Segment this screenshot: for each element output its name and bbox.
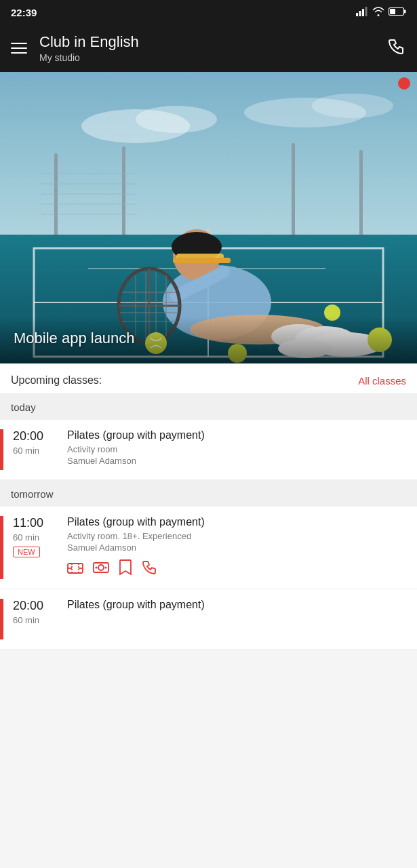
class-card[interactable]: 11:00 60 min NEW Pilates (group with pay… — [0, 507, 417, 589]
class-room: Activity room. 18+. Experienced — [67, 531, 406, 541]
status-icons — [356, 7, 406, 18]
class-name: Pilates (group with payment) — [67, 599, 406, 611]
upcoming-classes-title: Upcoming classes: — [11, 374, 102, 387]
today-group: today 20:00 60 min Pilates (group with p… — [0, 393, 417, 480]
class-accent-bar — [0, 516, 3, 579]
class-accent-bar — [0, 429, 3, 470]
class-card[interactable]: 20:00 60 min Pilates (group with payment… — [0, 420, 417, 480]
class-room: Activity room — [67, 444, 406, 454]
svg-rect-14 — [292, 143, 295, 248]
payment-icon[interactable] — [93, 561, 109, 578]
tomorrow-group: tomorrow 11:00 60 min NEW Pilates (group… — [0, 480, 417, 650]
svg-rect-15 — [359, 150, 363, 248]
new-badge: NEW — [13, 547, 40, 557]
all-classes-link[interactable]: All classes — [358, 375, 406, 387]
menu-button[interactable] — [11, 43, 27, 54]
hero-banner: Mobile app launch — [0, 72, 417, 363]
hero-illustration — [0, 72, 417, 363]
svg-rect-31 — [173, 258, 231, 263]
studio-name: My studio — [39, 52, 387, 63]
svg-rect-2 — [362, 9, 364, 16]
class-time: 11:00 — [13, 516, 67, 531]
wifi-icon — [372, 7, 384, 18]
class-time: 20:00 — [13, 429, 67, 444]
svg-point-60 — [98, 565, 104, 570]
app-title: Club in English — [39, 33, 387, 51]
class-name: Pilates (group with payment) — [67, 429, 406, 441]
svg-rect-1 — [359, 11, 361, 16]
status-time: 22:39 — [11, 7, 37, 18]
hero-scene — [0, 72, 417, 363]
class-info: Pilates (group with payment) — [67, 599, 406, 614]
svg-rect-5 — [404, 9, 406, 13]
class-name: Pilates (group with payment) — [67, 516, 406, 528]
phone-icon[interactable] — [142, 560, 157, 578]
svg-point-9 — [136, 106, 217, 133]
class-time: 20:00 — [13, 599, 67, 614]
notification-dot — [398, 77, 410, 90]
svg-rect-0 — [356, 13, 358, 16]
svg-rect-13 — [122, 146, 125, 248]
bookmark-icon[interactable] — [119, 559, 132, 579]
class-time-block: 20:00 60 min — [13, 429, 67, 456]
today-label: today — [0, 393, 417, 420]
svg-rect-12 — [54, 153, 58, 248]
class-time-block: 11:00 60 min NEW — [13, 516, 67, 557]
class-duration: 60 min — [13, 615, 67, 625]
battery-icon — [389, 7, 406, 18]
header-title-block: Club in English My studio — [39, 33, 387, 63]
class-trainer: Samuel Adamson — [67, 542, 406, 553]
signal-icon — [356, 7, 368, 18]
class-accent-bar — [0, 599, 3, 639]
svg-point-11 — [312, 94, 393, 118]
header-phone-button[interactable] — [387, 37, 406, 60]
app-header: Club in English My studio — [0, 24, 417, 72]
class-duration: 60 min — [13, 532, 67, 542]
class-info: Pilates (group with payment) Activity ro… — [67, 429, 406, 466]
hero-label: Mobile app launch — [14, 330, 135, 347]
tomorrow-label: tomorrow — [0, 480, 417, 507]
status-bar: 22:39 — [0, 0, 417, 24]
class-time-block: 20:00 60 min — [13, 599, 67, 625]
ticket-icon[interactable] — [67, 561, 83, 578]
class-card[interactable]: 20:00 60 min Pilates (group with payment… — [0, 589, 417, 650]
class-duration: 60 min — [13, 446, 67, 456]
svg-rect-3 — [365, 7, 368, 16]
upcoming-classes-header: Upcoming classes: All classes — [0, 363, 417, 393]
svg-rect-6 — [390, 9, 395, 14]
class-action-icons — [67, 559, 406, 579]
class-info: Pilates (group with payment) Activity ro… — [67, 516, 406, 579]
class-trainer: Samuel Adamson — [67, 456, 406, 466]
